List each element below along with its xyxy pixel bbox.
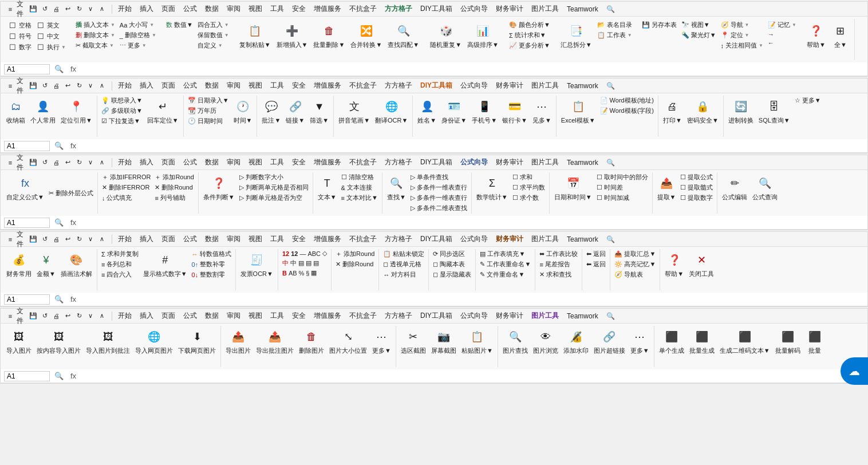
btn-return2[interactable]: ⬅返回	[585, 259, 607, 269]
name-box-3[interactable]	[4, 218, 50, 228]
print-icon[interactable]: 🖨	[51, 4, 61, 14]
tab-view-1[interactable]: 视图	[245, 3, 266, 15]
btn-judge-empty[interactable]: ▷判断单元格是否为空	[238, 193, 310, 203]
btn-int-cut[interactable]: 0↓整数割零	[190, 270, 233, 279]
btn-custom-def[interactable]: 自定义▼	[196, 41, 231, 50]
redo-icon-2a[interactable]: ↩	[62, 81, 73, 91]
btn-del-space[interactable]: _删除空格▼	[118, 30, 158, 40]
tab-page-1[interactable]: 页面	[158, 3, 179, 15]
search-formula-icon-3[interactable]: 🔍	[52, 218, 66, 227]
tab-image-4[interactable]: 图片工具	[528, 233, 562, 245]
btn-storage[interactable]: 🗂 收纳箱	[4, 96, 27, 137]
btn-adv-sort[interactable]: 📊 高级排序▼	[465, 20, 501, 50]
search-icon-5[interactable]: 🔍	[603, 311, 618, 321]
btn-view[interactable]: 🔭视图▼	[680, 20, 718, 30]
tab-start-1[interactable]: 开始	[115, 3, 135, 15]
btn-base-convert[interactable]: 🔄 进制转换	[726, 96, 756, 137]
name-box-2[interactable]	[4, 141, 50, 151]
btn-finance-common[interactable]: 💰 财务常用	[4, 249, 34, 290]
tab-fangge-3[interactable]: 方方格子	[381, 156, 416, 168]
btn-link-input[interactable]: 💡联想录入▼	[100, 96, 144, 105]
tab-page-2[interactable]: 页面	[158, 80, 179, 92]
tab-formulaguide-1[interactable]: 公式向导	[457, 3, 491, 15]
formula-input-4[interactable]	[81, 295, 864, 304]
btn-transparent-cell[interactable]: ◻透视单元格	[381, 259, 426, 269]
btn-extract-summary[interactable]: 📤提取汇总▼	[613, 249, 657, 259]
btn-four-six[interactable]: ≡四合六入	[100, 270, 140, 279]
redo-icon-3a[interactable]: ↩	[62, 157, 73, 168]
btn-judge-num[interactable]: ▷判断数字大小	[238, 172, 310, 182]
btn-text-fml[interactable]: T 文本▼	[315, 172, 339, 214]
btn-delete-img[interactable]: 🗑 删除图片	[297, 326, 326, 367]
btn-del-round[interactable]: ✕删除Round	[153, 183, 195, 192]
tab-formula-4[interactable]: 公式	[180, 233, 200, 245]
btn-paste-img[interactable]: 📋 粘贴图片▼	[459, 326, 495, 367]
btn-close-tool[interactable]: ✕ 关闭工具	[686, 249, 716, 290]
btn-gen-qrcode[interactable]: ⬛ 生成二维码文本▼	[717, 326, 772, 367]
btn-show-format[interactable]: # 显示格式数字▼	[141, 249, 190, 290]
btn-avg[interactable]: ☐求平均数	[511, 183, 547, 192]
tab-diy-1[interactable]: DIY工具箱	[417, 3, 456, 15]
btn-link[interactable]: 🔗 链接▼	[283, 96, 307, 137]
redo-icon-5b[interactable]: ↻	[74, 311, 84, 321]
btn-text-join[interactable]: &文本连接	[340, 183, 380, 192]
btn-summary[interactable]: 📑 汇总拆分▼	[558, 20, 594, 50]
save-icon-5[interactable]: 💾	[28, 311, 38, 321]
btn-watermark[interactable]: 🔏 添加水印	[561, 326, 591, 367]
btn-english-check[interactable]: ☐英文	[34, 20, 68, 30]
btn-merge-convert[interactable]: 🔀 合并转换▼	[348, 20, 384, 50]
tab-vip-1[interactable]: 增值服务	[310, 3, 345, 15]
tab-security-3[interactable]: 安全	[289, 156, 309, 168]
btn-sum-check[interactable]: ✕求和查找	[538, 270, 579, 279]
btn-formula-fill[interactable]: ↓公式填充	[100, 193, 153, 203]
btn-relative-val[interactable]: ↕关注相同值▼	[719, 41, 765, 50]
btn-del-round2[interactable]: ✕删除Round	[334, 259, 376, 269]
btn-nav-table[interactable]: 🧭导航表	[613, 270, 657, 279]
btn-multi-link[interactable]: 🔗多级联动▼	[100, 106, 144, 116]
btn-export-note-img[interactable]: 📤 导出批注图片	[254, 326, 296, 367]
btn-work-table[interactable]: 📋工作表▼	[595, 30, 634, 40]
btn-case[interactable]: Aa大小写▼	[118, 20, 158, 30]
fx-icon-3[interactable]: fx	[68, 218, 78, 227]
tab-image-1[interactable]: 图片工具	[528, 3, 562, 15]
btn-find-match[interactable]: 🔍 查找四配▼	[385, 20, 421, 50]
redo-icon1[interactable]: ↩	[62, 4, 73, 14]
btn-execute-check[interactable]: ☐执行▼	[34, 42, 68, 52]
print-icon-5[interactable]: 🖨	[51, 311, 61, 321]
tab-fangge-5[interactable]: 方方格子	[381, 310, 416, 322]
btn-count[interactable]: ☐求个数	[511, 193, 547, 203]
tab-fg-5[interactable]: 公式向导	[457, 310, 491, 322]
menu-icon-4[interactable]: ≡	[5, 234, 15, 245]
btn-empty-check[interactable]: ☐空格	[6, 20, 33, 30]
tab-box-5[interactable]: 不抗盒子	[346, 310, 380, 322]
btn-cut-text[interactable]: ✂截取文本▼	[74, 41, 117, 50]
tab-data-4[interactable]: 数据	[202, 233, 222, 245]
tab-formula-5[interactable]: 公式	[180, 310, 200, 322]
tab-security-4[interactable]: 安全	[289, 233, 309, 245]
btn-multi-2d[interactable]: ▷多条件二维表查找	[409, 203, 469, 213]
btn-add-round[interactable]: ＋添加Round	[153, 172, 195, 182]
menu-icon-3[interactable]: ≡	[5, 157, 15, 168]
name-box-4[interactable]	[4, 294, 50, 305]
btn-magic[interactable]: 🎨 插画法术解	[58, 249, 94, 290]
btn-invoice-ocr[interactable]: 🧾 发票OCR▼	[238, 249, 275, 290]
btn-insert-text[interactable]: 插插入文本▼	[74, 20, 117, 30]
search-icon-1[interactable]: 🔍	[603, 4, 618, 14]
chevup-3[interactable]: ∧	[97, 157, 107, 168]
btn-custom-formula[interactable]: fx 自定义公式▼	[4, 172, 46, 214]
btn-format-row2[interactable]: 中中▤▤▤	[281, 258, 329, 268]
btn-screen-shot[interactable]: 📷 屏幕截图	[429, 326, 459, 367]
btn-formula-query[interactable]: 🔍 公式查询	[750, 172, 780, 214]
btn-hide-table[interactable]: ◻陶藏本表	[431, 259, 473, 269]
chevron-down-icon[interactable]: ∨	[85, 4, 96, 14]
btn-col-assist[interactable]: ≡列号辅助	[153, 193, 195, 203]
name-box-5[interactable]	[4, 371, 50, 381]
btn-multi-1d[interactable]: ▷多条件一维表查行	[409, 183, 469, 192]
fx-icon[interactable]: fx	[68, 65, 78, 73]
btn-text-compare[interactable]: ≡文本对比▼	[340, 193, 380, 203]
tab-data-1[interactable]: 数据	[202, 3, 222, 15]
btn-show-hidden[interactable]: ◻显示隐藏表	[431, 270, 473, 279]
btn-format-row1[interactable]: 1212—ABC◇	[281, 249, 329, 258]
print-icon-3[interactable]: 🖨	[51, 157, 61, 168]
menu-icon[interactable]: ≡	[5, 4, 15, 14]
